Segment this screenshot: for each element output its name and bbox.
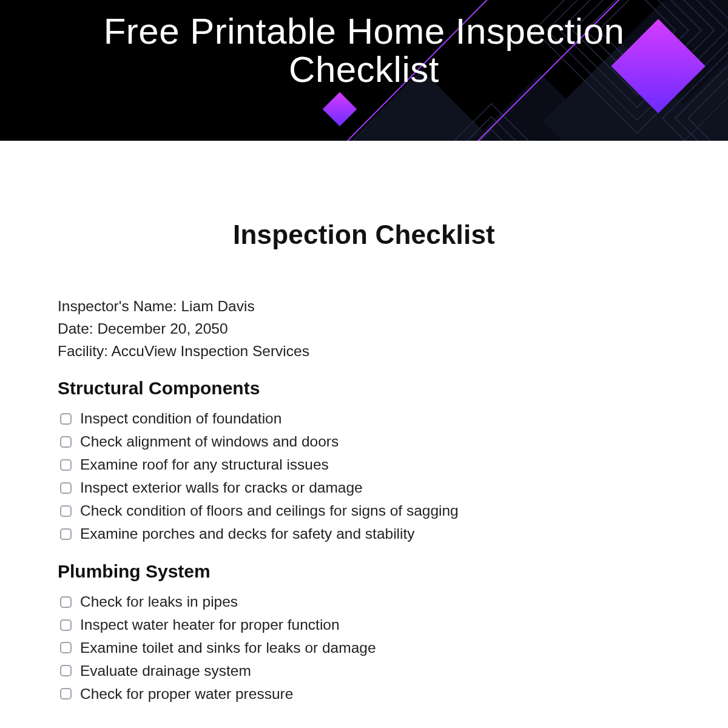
list-item: Examine porches and decks for safety and… xyxy=(60,522,670,545)
meta-value: December 20, 2050 xyxy=(97,320,228,337)
item-label: Check for proper water pressure xyxy=(80,682,293,706)
meta-label: Facility: xyxy=(58,343,108,359)
list-item: Inspect water heater for proper function xyxy=(60,613,670,636)
item-label: Evaluate drainage system xyxy=(80,659,251,682)
item-label: Inspect water heater for proper function xyxy=(80,613,340,636)
checkbox-icon[interactable] xyxy=(60,413,72,425)
svg-rect-20 xyxy=(323,92,357,127)
list-item: Examine toilet and sinks for leaks or da… xyxy=(60,636,670,659)
list-item: Check alignment of windows and doors xyxy=(60,430,670,453)
meta-row-facility: Facility: AccuView Inspection Services xyxy=(58,340,670,363)
item-label: Inspect exterior walls for cracks or dam… xyxy=(80,476,363,499)
meta-row-inspector: Inspector's Name: Liam Davis xyxy=(58,295,670,318)
checkbox-icon[interactable] xyxy=(60,505,72,517)
checkbox-icon[interactable] xyxy=(60,482,72,494)
item-label: Check condition of floors and ceilings f… xyxy=(80,499,459,522)
meta-label: Inspector's Name: xyxy=(58,298,177,314)
item-label: Examine toilet and sinks for leaks or da… xyxy=(80,636,376,659)
meta-label: Date: xyxy=(58,320,93,337)
checkbox-icon[interactable] xyxy=(60,642,72,653)
item-label: Examine porches and decks for safety and… xyxy=(80,522,415,545)
list-item: Inspect condition of foundation xyxy=(60,407,670,430)
list-item: Examine roof for any structural issues xyxy=(60,453,670,476)
document-page: Inspection Checklist Inspector's Name: L… xyxy=(0,141,728,706)
banner-hero: Free Printable Home Inspection Checklist xyxy=(0,0,728,141)
list-item: Check for leaks in pipes xyxy=(60,590,670,613)
checkbox-icon[interactable] xyxy=(60,459,72,471)
item-label: Check for leaks in pipes xyxy=(80,590,238,613)
checkbox-icon[interactable] xyxy=(60,665,72,676)
item-label: Examine roof for any structural issues xyxy=(80,453,329,476)
checkbox-icon[interactable] xyxy=(60,436,72,448)
item-label: Check alignment of windows and doors xyxy=(80,430,339,453)
meta-row-date: Date: December 20, 2050 xyxy=(58,318,670,340)
checklist-plumbing: Check for leaks in pipes Inspect water h… xyxy=(58,590,670,706)
meta-value: AccuView Inspection Services xyxy=(112,343,309,359)
checkbox-icon[interactable] xyxy=(60,596,72,608)
section-heading: Structural Components xyxy=(58,378,670,399)
checkbox-icon[interactable] xyxy=(60,528,72,540)
inspection-meta: Inspector's Name: Liam Davis Date: Decem… xyxy=(58,295,670,362)
checklist-structural: Inspect condition of foundation Check al… xyxy=(58,407,670,545)
banner-title: Free Printable Home Inspection Checklist xyxy=(36,12,692,89)
list-item: Check condition of floors and ceilings f… xyxy=(60,499,670,522)
list-item: Inspect exterior walls for cracks or dam… xyxy=(60,476,670,499)
list-item: Check for proper water pressure xyxy=(60,682,670,706)
list-item: Evaluate drainage system xyxy=(60,659,670,682)
item-label: Inspect condition of foundation xyxy=(80,407,281,430)
page-title: Inspection Checklist xyxy=(58,220,670,250)
section-heading: Plumbing System xyxy=(58,561,670,582)
checkbox-icon[interactable] xyxy=(60,619,72,631)
meta-value: Liam Davis xyxy=(181,298,254,314)
checkbox-icon[interactable] xyxy=(60,688,72,699)
